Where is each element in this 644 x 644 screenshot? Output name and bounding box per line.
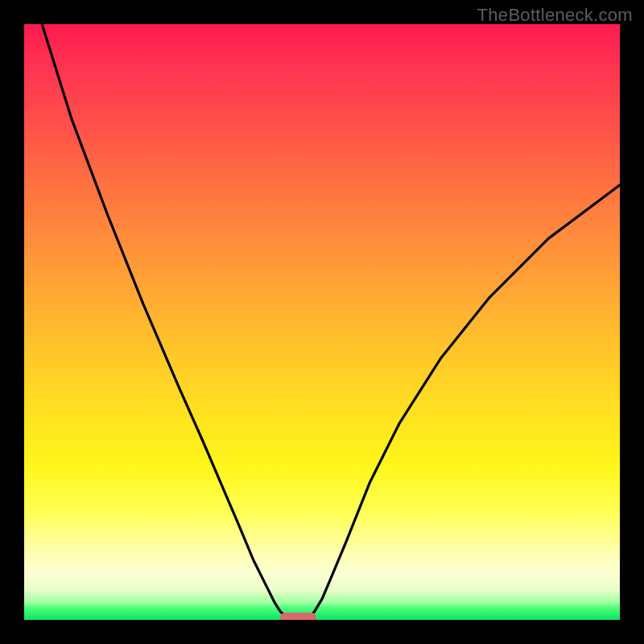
left-branch-curve (42, 24, 291, 619)
plot-area (24, 24, 620, 620)
curve-layer (24, 24, 620, 620)
watermark-text: TheBottleneck.com (477, 5, 633, 26)
minimum-marker (280, 613, 316, 620)
right-branch-curve (308, 185, 621, 619)
chart-stage: TheBottleneck.com (0, 0, 644, 644)
